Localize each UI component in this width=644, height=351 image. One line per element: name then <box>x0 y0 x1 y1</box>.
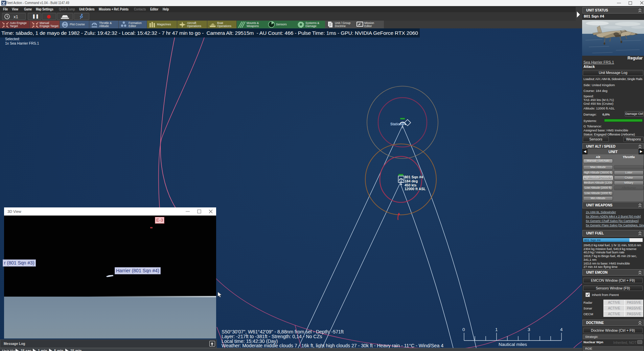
svg-text:801 Sqn #4: 801 Sqn #4 <box>405 175 423 179</box>
svg-text:Nautical miles: Nautical miles <box>499 342 527 347</box>
svg-text:15 sec: 15 sec <box>21 349 31 351</box>
svg-text:450 kts: 450 kts <box>405 183 417 187</box>
svg-text:184 deg: 184 deg <box>405 179 418 183</box>
svg-text:4: 4 <box>560 327 563 332</box>
svg-text:5 min: 5 min <box>54 349 63 351</box>
svg-text:0: 0 <box>462 327 465 332</box>
svg-text:1 min: 1 min <box>38 349 47 351</box>
svg-text:15 min: 15 min <box>70 349 82 351</box>
svg-text:Station(P: Station(P <box>390 122 405 126</box>
svg-text:1: 1 <box>495 327 498 332</box>
svg-text:12000 ft ASL: 12000 ft ASL <box>405 187 426 191</box>
svg-text:3: 3 <box>528 327 530 332</box>
